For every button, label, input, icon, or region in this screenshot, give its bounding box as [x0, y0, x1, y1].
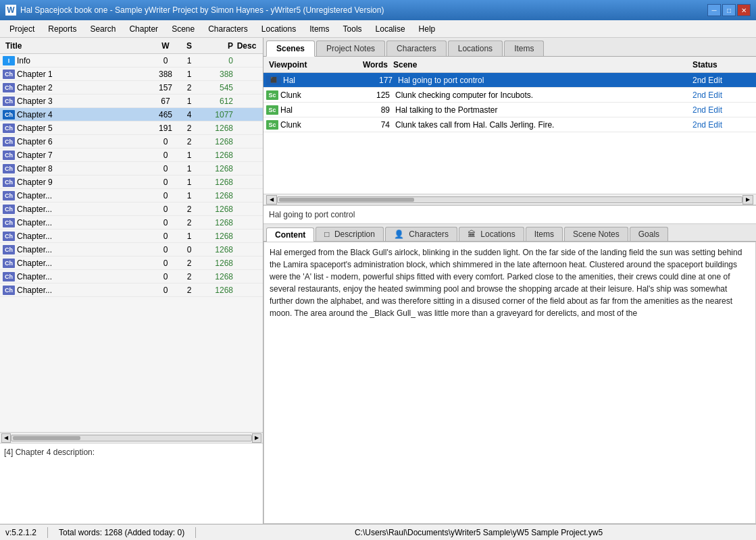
chapter-progress: 1268 [199, 205, 233, 214]
chapter-words: 0 [152, 245, 179, 254]
list-item[interactable]: Ch Chapter 4 465 4 1077 [0, 108, 263, 122]
chapter-scenes: 1 [179, 70, 199, 79]
list-item[interactable]: Ch Chapter... 0 2 1268 [0, 256, 263, 270]
chapter-scenes: 2 [179, 259, 199, 268]
list-item[interactable]: Ch Chapter... 0 1 1268 [0, 189, 263, 202]
badge-ch: Ch [3, 259, 15, 268]
list-item[interactable]: Ch Chapter... 0 2 1268 [0, 216, 263, 230]
menu-project[interactable]: Project [3, 20, 41, 37]
chapter-progress: 1268 [199, 178, 233, 187]
menu-chapter[interactable]: Chapter [122, 20, 165, 37]
tab-locations-bottom[interactable]: 🏛 Locations [459, 227, 524, 241]
scene-viewpoint: Clunk [280, 120, 349, 130]
menu-reports[interactable]: Reports [41, 20, 83, 37]
scene-status: 2nd Edit [692, 90, 753, 100]
col-words-header: Words [347, 60, 388, 70]
maximize-button[interactable]: □ [722, 4, 736, 16]
hscroll-right-arrow[interactable]: ▶ [742, 195, 753, 205]
table-row[interactable]: Sc Clunk 125 Clunk checking computer for… [263, 88, 756, 103]
chapter-scenes: 1 [179, 178, 199, 187]
tab-project-notes[interactable]: Project Notes [316, 40, 385, 56]
chapter-progress: 612 [199, 97, 233, 106]
list-item[interactable]: Ch Chapter 2 157 2 545 [0, 81, 263, 94]
list-item[interactable]: Ch Chapter 6 0 2 1268 [0, 135, 263, 148]
chapter-title: Chapter 6 [17, 137, 152, 146]
tab-goals[interactable]: Goals [630, 227, 668, 241]
scenes-hscroll[interactable]: ◀ ▶ [263, 194, 756, 205]
list-item[interactable]: Ch Chapter 9 0 1 1268 [0, 176, 263, 189]
tab-items-bottom[interactable]: Items [526, 227, 563, 241]
list-item[interactable]: Ch Chapter 3 67 1 612 [0, 94, 263, 108]
list-item[interactable]: Ch Chapter 8 0 1 1268 [0, 162, 263, 176]
badge-ch: Ch [3, 232, 15, 241]
left-hscroll[interactable]: ◀ ▶ [0, 432, 263, 443]
chapter-scenes: 1 [179, 232, 199, 241]
chapter-title: Chapter... [17, 205, 152, 214]
top-tab-bar: Scenes Project Notes Characters Location… [263, 38, 756, 57]
badge-ch: Ch [3, 178, 15, 187]
scene-title-col: Hal going to port control [393, 76, 692, 85]
scene-viewpoint: Hal [280, 105, 349, 115]
minimize-button[interactable]: ─ [707, 4, 721, 16]
menu-help[interactable]: Help [412, 20, 443, 37]
app-icon: W [5, 5, 16, 16]
table-row[interactable]: Sc Hal 89 Hal talking to the Portmaster … [263, 103, 756, 117]
list-item[interactable]: Ch Chapter 7 0 1 1268 [0, 148, 263, 162]
chapter-title: Chapter... [17, 245, 152, 254]
chapter-progress: 1268 [199, 164, 233, 173]
close-button[interactable]: ✕ [737, 4, 751, 16]
tab-characters-bottom[interactable]: 👤 Characters [385, 227, 457, 241]
hscroll-track[interactable] [277, 196, 742, 203]
list-item[interactable]: Ch Chapter... 0 1 1268 [0, 230, 263, 243]
tab-items[interactable]: Items [504, 40, 544, 56]
tab-scenes[interactable]: Scenes [266, 40, 315, 57]
hscroll-left-arrow[interactable]: ◀ [266, 195, 277, 205]
chapter-scenes: 2 [179, 137, 199, 146]
content-text-area[interactable]: Hal emerged from the Black Gull's airloc… [263, 242, 756, 524]
bottom-tab-bar: Content □ Description 👤 Characters 🏛 Loc… [263, 224, 756, 242]
menu-locations[interactable]: Locations [255, 20, 303, 37]
chapter-scenes: 1 [179, 191, 199, 200]
chapter-title: Chapter 9 [17, 178, 152, 187]
chapter-words: 388 [152, 70, 179, 79]
chapter-progress: 1268 [199, 218, 233, 227]
table-row[interactable]: ⬛ Hal 177 Hal going to port control 2nd … [263, 73, 756, 88]
list-item[interactable]: Ch Chapter... 0 2 1268 [0, 202, 263, 216]
left-panel: Title W S P Desc I Info 0 1 0 Ch [0, 38, 263, 524]
menu-bar: Project Reports Search Chapter Scene Cha… [0, 20, 756, 38]
tab-characters[interactable]: Characters [386, 40, 447, 56]
scene-title-col: Clunk takes call from Hal. Calls Jerling… [390, 120, 692, 130]
menu-characters[interactable]: Characters [201, 20, 255, 37]
chapter-words: 465 [152, 110, 179, 119]
left-hscroll-track[interactable] [11, 435, 252, 441]
tab-content[interactable]: Content [266, 227, 314, 242]
chapter-scenes: 1 [179, 151, 199, 160]
list-item[interactable]: Ch Chapter 1 388 1 388 [0, 68, 263, 81]
badge-ch: Ch [3, 97, 15, 106]
list-item[interactable]: Ch Chapter 5 191 2 1268 [0, 122, 263, 135]
list-item[interactable]: Ch Chapter... 0 2 1268 [0, 284, 263, 297]
menu-tools[interactable]: Tools [336, 20, 369, 37]
table-row[interactable]: Sc Clunk 74 Clunk takes call from Hal. C… [263, 117, 756, 132]
list-item[interactable]: I Info 0 1 0 [0, 54, 263, 68]
badge-i: I [3, 56, 15, 65]
left-hscroll-left[interactable]: ◀ [1, 433, 11, 443]
chapter-words: 0 [152, 259, 179, 268]
tab-locations[interactable]: Locations [448, 40, 503, 56]
scene-badge-sc: Sc [266, 105, 278, 115]
list-item[interactable]: Ch Chapter... 0 2 1268 [0, 270, 263, 284]
menu-items[interactable]: Items [303, 20, 336, 37]
total-words-label: Total words: 1268 (Added today: 0) [59, 528, 184, 537]
tab-description[interactable]: □ Description [316, 227, 384, 241]
menu-scene[interactable]: Scene [165, 20, 201, 37]
badge-ch: Ch [3, 137, 15, 146]
badge-ch: Ch [3, 70, 15, 79]
menu-search[interactable]: Search [83, 20, 122, 37]
scene-title-bar: Hal going to port control [263, 205, 756, 224]
tab-scene-notes[interactable]: Scene Notes [564, 227, 628, 241]
status-divider-2 [195, 527, 196, 538]
list-item[interactable]: Ch Chapter... 0 0 1268 [0, 243, 263, 256]
badge-ch: Ch [3, 286, 15, 295]
left-hscroll-right[interactable]: ▶ [252, 433, 261, 443]
menu-localise[interactable]: Localise [369, 20, 412, 37]
